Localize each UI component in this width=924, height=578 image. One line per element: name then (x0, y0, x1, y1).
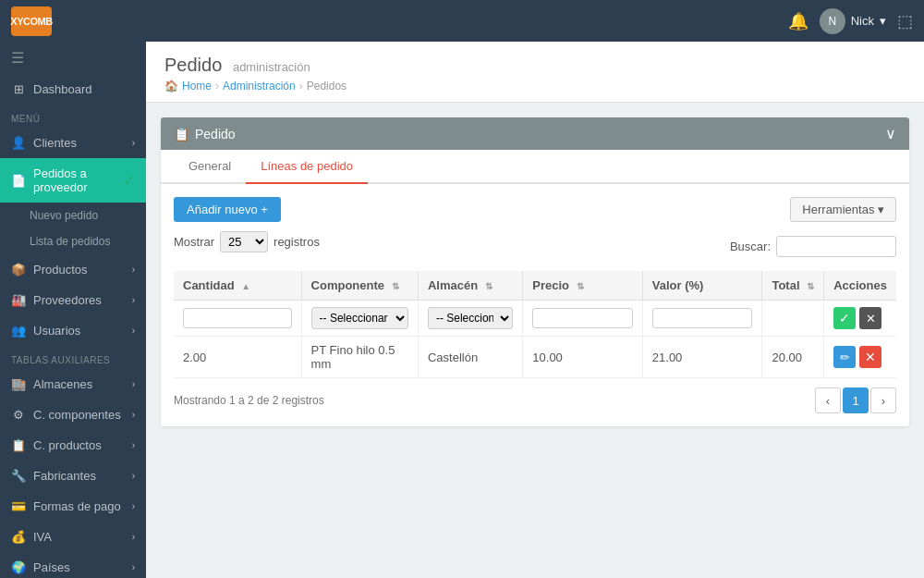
breadcrumb-current: Pedidos (307, 80, 346, 92)
sidebar-item-c-componentes[interactable]: ⚙ C. componentes › (0, 400, 146, 430)
td-total: 20.00 (762, 337, 824, 378)
layout: ☰ ⊞ Dashboard MENÚ 👤 Clientes › 📄 Pedido… (0, 42, 924, 578)
sidebar-item-productos[interactable]: 📦 Productos › (0, 254, 146, 285)
breadcrumb-sep: › (215, 80, 219, 92)
chevron-icon: › (132, 440, 135, 450)
sidebar-item-clientes[interactable]: 👤 Clientes › (0, 128, 146, 158)
search-input[interactable] (776, 236, 896, 257)
proveedores-icon: 🏭 (11, 293, 26, 307)
sidebar-item-label: C. componentes (33, 408, 121, 422)
add-new-button[interactable]: Añadir nuevo + (174, 197, 281, 222)
c-componentes-icon: ⚙ (11, 408, 26, 422)
sidebar-item-c-productos[interactable]: 📋 C. productos › (0, 430, 146, 461)
search-label: Buscar: (730, 240, 771, 253)
sidebar-subitem-lista-pedidos[interactable]: Lista de pedidos (0, 228, 146, 254)
sidebar: ☰ ⊞ Dashboard MENÚ 👤 Clientes › 📄 Pedido… (0, 42, 146, 578)
breadcrumb-home[interactable]: Home (182, 80, 212, 92)
sort-icon: ⇅ (392, 281, 399, 291)
action-btns-row: ✏ ✕ (833, 346, 887, 368)
collapse-icon[interactable]: ∨ (885, 125, 896, 142)
sidebar-toggle[interactable]: ☰ (0, 42, 146, 74)
sidebar-item-label: Dashboard (33, 82, 92, 96)
sidebar-item-dashboard[interactable]: ⊞ Dashboard (0, 74, 146, 105)
tab-general[interactable]: General (174, 150, 246, 184)
main-content: Pedido administración 🏠 Home › Administr… (146, 42, 924, 578)
valor-new-input[interactable] (652, 308, 753, 328)
sidebar-item-proveedores[interactable]: 🏭 Proveedores › (0, 285, 146, 315)
col-cantidad: Cantidad ▲ (174, 271, 301, 301)
td-valor-new (642, 301, 762, 337)
entries-select[interactable]: 25 10 50 100 (220, 231, 268, 252)
table-row: 2.00 PT Fino hilo 0.5 mm Castellón 10.00… (174, 337, 896, 378)
td-precio-new (523, 301, 643, 337)
topnav: XYCOMB 🔔 N Nick ▾ ⬚ (0, 0, 924, 42)
sidebar-item-formas-pago[interactable]: 💳 Formas de pago › (0, 491, 146, 522)
show-label: Mostrar (174, 235, 214, 249)
notification-icon[interactable]: 🔔 (788, 11, 808, 31)
tab-lineas[interactable]: Líneas de pedido (246, 150, 368, 184)
fabricantes-icon: 🔧 (11, 469, 26, 483)
logo: XYCOMB (11, 6, 52, 36)
table-footer: Mostrando 1 a 2 de 2 registros ‹ 1 › (174, 387, 896, 413)
avatar: N (820, 8, 845, 34)
edit-row-button[interactable]: ✏ (833, 346, 856, 368)
col-precio: Precio ⇅ (523, 271, 643, 301)
componente-new-select[interactable]: -- Seleccionar -- (311, 307, 408, 329)
sidebar-item-label: Almacenes (33, 377, 92, 391)
chevron-icon: › (132, 326, 135, 336)
productos-icon: 📦 (11, 263, 26, 277)
sidebar-item-iva[interactable]: 💰 IVA › (0, 522, 146, 552)
sidebar-item-fabricantes[interactable]: 🔧 Fabricantes › (0, 461, 146, 491)
card-header-title: 📋 Pedido (174, 127, 236, 141)
user-chevron-icon: ▾ (880, 14, 886, 28)
paises-icon: 🌍 (11, 560, 26, 574)
sidebar-item-label: Proveedores (33, 293, 102, 307)
delete-row-button[interactable]: ✕ (859, 346, 881, 368)
chevron-icon: › (132, 379, 135, 389)
records-info: Mostrando 1 a 2 de 2 registros (174, 394, 324, 407)
card-pedido: 📋 Pedido ∨ General Líneas de pedido Añad… (161, 117, 909, 426)
save-row-button[interactable]: ✓ (833, 307, 856, 329)
toolbar-row: Añadir nuevo + Herramientas ▾ (174, 197, 896, 222)
search-row: Buscar: (730, 236, 896, 257)
sidebar-subitem-nuevo-pedido[interactable]: Nuevo pedido (0, 203, 146, 228)
card-icon: 📋 (174, 127, 189, 141)
td-precio: 10.00 (523, 337, 643, 378)
td-almacen: Castellón (418, 337, 522, 378)
chevron-icon: › (132, 501, 135, 511)
sidebar-item-pedidos[interactable]: 📄 Pedidos a proveedor ✓ (0, 158, 146, 203)
sidebar-item-label: IVA (33, 530, 52, 544)
sidebar-item-paises[interactable]: 🌍 Países › (0, 552, 146, 578)
sidebar-item-label: Productos (33, 263, 88, 277)
user-name: Nick (851, 14, 874, 28)
pedidos-icon: 📄 (11, 174, 26, 188)
chevron-icon: › (132, 295, 135, 305)
td-acciones-new: ✓ ✕ (824, 301, 896, 337)
topnav-right: 🔔 N Nick ▾ ⬚ (788, 8, 913, 34)
td-componente: PT Fino hilo 0.5 mm (301, 337, 418, 378)
precio-new-input[interactable] (532, 308, 633, 328)
breadcrumb: 🏠 Home › Administración › Pedidos (164, 80, 906, 92)
logout-icon[interactable]: ⬚ (897, 11, 913, 31)
iva-icon: 💰 (11, 530, 26, 544)
sidebar-item-almacenes[interactable]: 🏬 Almacenes › (0, 369, 146, 400)
c-productos-icon: 📋 (11, 438, 26, 452)
cantidad-new-input[interactable] (183, 308, 292, 328)
card-title-text: Pedido (195, 127, 236, 141)
almacenes-icon: 🏬 (11, 377, 26, 391)
usuarios-icon: 👥 (11, 324, 26, 338)
sidebar-item-label: Formas de pago (33, 499, 121, 513)
prev-page-button[interactable]: ‹ (815, 387, 841, 413)
action-btns-new: ✓ ✕ (833, 307, 887, 329)
almacen-new-select[interactable]: -- Seleccionar -- (428, 307, 513, 329)
sidebar-item-usuarios[interactable]: 👥 Usuarios › (0, 315, 146, 346)
cancel-row-button[interactable]: ✕ (859, 307, 881, 329)
table-header-row: Cantidad ▲ Componente ⇅ Almacén ⇅ Precio… (174, 271, 896, 301)
user-menu[interactable]: N Nick ▾ (820, 8, 886, 34)
page-header: Pedido administración 🏠 Home › Administr… (146, 42, 924, 103)
dashboard-icon: ⊞ (11, 82, 26, 96)
next-page-button[interactable]: › (870, 387, 896, 413)
tools-button[interactable]: Herramientas ▾ (790, 197, 896, 222)
page-1-button[interactable]: 1 (843, 387, 869, 413)
breadcrumb-admin[interactable]: Administración (223, 80, 296, 92)
